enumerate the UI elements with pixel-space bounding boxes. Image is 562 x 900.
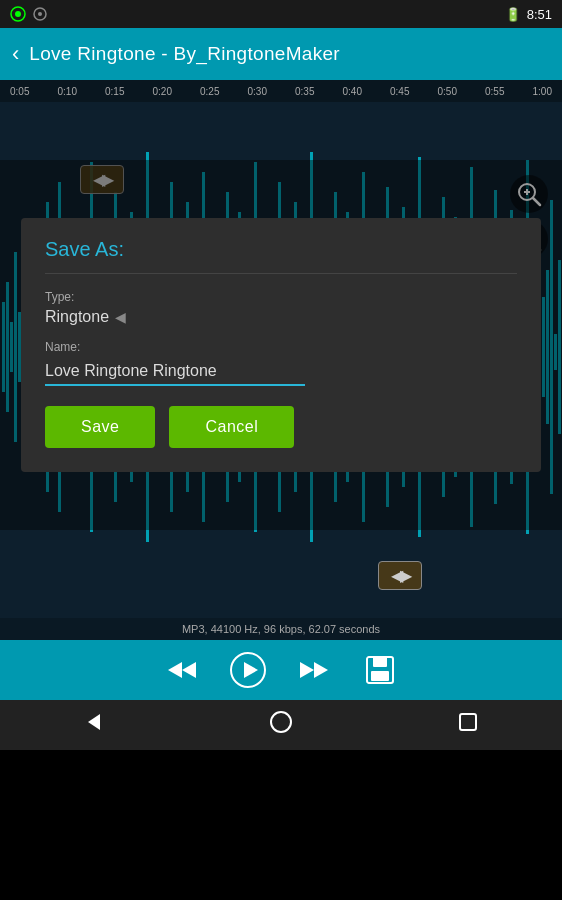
timeline-ruler: 0:05 0:10 0:15 0:20 0:25 0:30 0:35 0:40 … bbox=[0, 80, 562, 102]
svg-rect-159 bbox=[373, 657, 387, 667]
mark-12: 1:00 bbox=[533, 86, 552, 97]
nav-back-button[interactable] bbox=[82, 710, 106, 740]
status-right: 🔋 8:51 bbox=[505, 7, 552, 22]
mark-10: 0:50 bbox=[438, 86, 457, 97]
name-input[interactable] bbox=[45, 358, 305, 386]
type-label: Type: bbox=[45, 290, 517, 304]
playback-bar bbox=[0, 640, 562, 700]
dialog-title: Save As: bbox=[45, 238, 517, 274]
mark-11: 0:55 bbox=[485, 86, 504, 97]
time-display: 8:51 bbox=[527, 7, 552, 22]
nav-recents-button[interactable] bbox=[456, 710, 480, 740]
rewind-icon bbox=[166, 654, 198, 686]
svg-marker-153 bbox=[182, 662, 196, 678]
selection-handle-bottom[interactable]: ◀▶ bbox=[378, 561, 422, 590]
svg-rect-163 bbox=[460, 714, 476, 730]
mark-6: 0:30 bbox=[248, 86, 267, 97]
forward-icon bbox=[298, 654, 330, 686]
nav-home-button[interactable] bbox=[269, 710, 293, 740]
timeline-marks: 0:05 0:10 0:15 0:20 0:25 0:30 0:35 0:40 … bbox=[10, 86, 552, 97]
forward-button[interactable] bbox=[296, 652, 332, 688]
name-label: Name: bbox=[45, 340, 517, 354]
name-field: Name: bbox=[45, 340, 517, 386]
svg-marker-152 bbox=[168, 662, 182, 678]
svg-marker-156 bbox=[314, 662, 328, 678]
dialog-buttons: Save Cancel bbox=[45, 406, 517, 448]
mark-4: 0:20 bbox=[153, 86, 172, 97]
mark-2: 0:10 bbox=[58, 86, 77, 97]
nav-recents-icon bbox=[456, 710, 480, 734]
status-icons-left bbox=[10, 6, 48, 22]
type-field: Type: Ringtone ◀ bbox=[45, 290, 517, 326]
settings-icon bbox=[32, 6, 48, 22]
svg-point-3 bbox=[38, 12, 42, 16]
play-button[interactable] bbox=[230, 652, 266, 688]
mark-5: 0:25 bbox=[200, 86, 219, 97]
audio-info: MP3, 44100 Hz, 96 kbps, 62.07 seconds bbox=[0, 618, 562, 640]
back-button[interactable]: ‹ bbox=[12, 41, 19, 67]
save-dialog-overlay: Save As: Type: Ringtone ◀ Name: Save Can… bbox=[0, 160, 562, 530]
nav-bar bbox=[0, 700, 562, 750]
top-bar: ‹ Love Ringtone - By_RingtoneMaker bbox=[0, 28, 562, 80]
nav-home-icon bbox=[269, 710, 293, 734]
save-button[interactable]: Save bbox=[45, 406, 155, 448]
status-bar: 🔋 8:51 bbox=[0, 0, 562, 28]
waveform-area: 0:05 0:10 0:15 0:20 0:25 0:30 0:35 0:40 … bbox=[0, 80, 562, 640]
mark-1: 0:05 bbox=[10, 86, 29, 97]
android-icon bbox=[10, 6, 26, 22]
svg-rect-160 bbox=[371, 671, 389, 681]
nav-back-icon bbox=[82, 710, 106, 734]
save-file-button[interactable] bbox=[362, 652, 398, 688]
dropdown-arrow-icon: ◀ bbox=[115, 309, 126, 325]
mark-8: 0:40 bbox=[343, 86, 362, 97]
svg-point-162 bbox=[271, 712, 291, 732]
svg-marker-157 bbox=[300, 662, 314, 678]
svg-marker-155 bbox=[244, 662, 258, 678]
save-icon bbox=[365, 655, 395, 685]
save-dialog: Save As: Type: Ringtone ◀ Name: Save Can… bbox=[21, 218, 541, 472]
audio-info-text: MP3, 44100 Hz, 96 kbps, 62.07 seconds bbox=[182, 623, 380, 635]
svg-marker-161 bbox=[88, 714, 100, 730]
rewind-button[interactable] bbox=[164, 652, 200, 688]
cancel-button[interactable]: Cancel bbox=[169, 406, 294, 448]
mark-7: 0:35 bbox=[295, 86, 314, 97]
svg-point-1 bbox=[15, 11, 21, 17]
mark-9: 0:45 bbox=[390, 86, 409, 97]
type-value-text: Ringtone bbox=[45, 308, 109, 326]
type-value[interactable]: Ringtone ◀ bbox=[45, 308, 517, 326]
play-icon bbox=[230, 652, 266, 688]
mark-3: 0:15 bbox=[105, 86, 124, 97]
page-title: Love Ringtone - By_RingtoneMaker bbox=[29, 43, 340, 65]
handle-arrows-bottom: ◀▶ bbox=[391, 566, 409, 585]
battery-icon: 🔋 bbox=[505, 7, 521, 22]
